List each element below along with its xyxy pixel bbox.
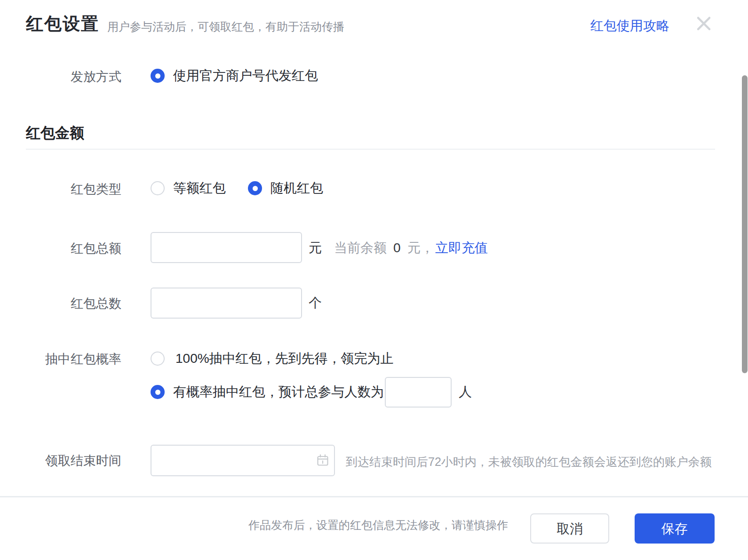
end-time-hint: 到达结束时间后72小时内，未被领取的红包金额会返还到您的账户余额 (346, 455, 712, 469)
total-amount-input[interactable] (151, 232, 302, 263)
close-icon (695, 15, 713, 32)
type-option-random-label[interactable]: 随机红包 (271, 181, 323, 195)
type-option-equal-label[interactable]: 等额红包 (173, 181, 226, 195)
total-count-input[interactable] (151, 288, 302, 319)
distribution-option-label[interactable]: 使用官方商户号代发红包 (173, 69, 318, 83)
page-subtitle: 用户参与活动后，可领取红包，有助于活动传播 (107, 19, 344, 34)
balance-suffix: 元， (407, 241, 434, 255)
probability-label: 抽中红包概率 (0, 352, 121, 366)
close-button[interactable] (695, 15, 713, 32)
total-count-unit: 个 (309, 296, 322, 310)
scrollbar-thumb[interactable] (742, 75, 748, 373)
footer-divider (0, 496, 748, 497)
probability-option2-label[interactable]: 有概率抽中红包，预计总参与人数为 (173, 385, 384, 399)
participants-unit: 人 (459, 385, 472, 399)
help-guide-link[interactable]: 红包使用攻略 (590, 17, 669, 35)
total-amount-label: 红包总额 (0, 241, 121, 256)
save-button[interactable]: 保存 (635, 513, 715, 544)
type-radio-equal[interactable] (151, 181, 165, 195)
red-packet-settings-dialog: 红包设置 用户参与活动后，可领取红包，有助于活动传播 红包使用攻略 发放方式 使… (0, 0, 748, 560)
end-time-label: 领取结束时间 (0, 454, 121, 468)
probability-radio-100[interactable] (151, 352, 165, 366)
footer-warning: 作品发布后，设置的红包信息无法修改，请谨慎操作 (248, 518, 508, 533)
expected-participants-input[interactable] (385, 377, 452, 408)
distribution-label: 发放方式 (0, 70, 121, 84)
section-divider (26, 149, 715, 150)
type-radio-random[interactable] (248, 181, 262, 195)
probability-option1-label[interactable]: 100%抽中红包，先到先得，领完为止 (175, 352, 394, 366)
balance-prefix: 当前余额 (334, 241, 387, 255)
amount-section-title: 红包金额 (26, 123, 84, 143)
cancel-button[interactable]: 取消 (530, 513, 609, 544)
total-amount-unit: 元 (309, 241, 322, 255)
recharge-link[interactable]: 立即充值 (435, 241, 488, 255)
distribution-radio-official[interactable] (151, 69, 165, 83)
balance-value: 0 (393, 241, 401, 255)
page-title: 红包设置 (26, 12, 99, 36)
total-count-label: 红包总数 (0, 296, 121, 311)
end-time-input[interactable] (151, 445, 335, 476)
probability-radio-chance[interactable] (151, 385, 165, 399)
type-label: 红包类型 (0, 182, 121, 196)
